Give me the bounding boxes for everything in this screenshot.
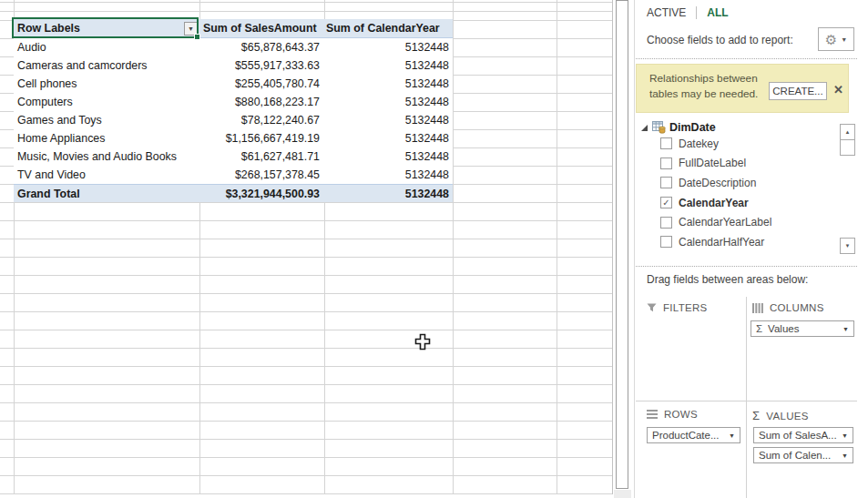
- row-label-cell[interactable]: Music, Movies and Audio Books: [14, 150, 199, 163]
- chevron-down-icon[interactable]: ▼: [842, 326, 849, 332]
- row-label-cell[interactable]: Games and Toys: [14, 114, 199, 127]
- create-relationship-button[interactable]: CREATE...: [769, 82, 827, 100]
- row-label-cell[interactable]: TV and Video: [14, 168, 199, 181]
- field-label[interactable]: CalendarYearLabel: [679, 216, 771, 229]
- tab-active[interactable]: ACTIVE: [647, 6, 686, 19]
- choose-fields-label: Choose fields to add to report:: [647, 34, 793, 46]
- row-labels-filter-button[interactable]: ▼: [184, 22, 198, 36]
- field-item[interactable]: FullDateLabel: [647, 154, 833, 174]
- field-pill[interactable]: ProductCate...▼: [647, 427, 740, 443]
- field-label[interactable]: CalendarYear: [679, 197, 749, 209]
- field-item[interactable]: ✓CalendarYear: [647, 193, 833, 213]
- pivot-row: TV and Video$268,157,378.455132448: [14, 166, 453, 184]
- filters-area-header: FILTERS: [647, 302, 708, 313]
- row-labels-header-cell[interactable]: Row Labels: [14, 22, 199, 35]
- tools-button[interactable]: ⚙ ▼: [818, 27, 854, 51]
- table-icon: [652, 121, 666, 134]
- field-checkbox[interactable]: [660, 158, 672, 169]
- filters-label: FILTERS: [663, 302, 708, 313]
- areas-horizontal-divider: [636, 401, 857, 401]
- field-checkbox[interactable]: [660, 137, 672, 149]
- areas-vertical-divider: [746, 297, 747, 498]
- year-value-cell[interactable]: 5132448: [324, 168, 453, 181]
- relationships-notice: Relationships between tables may be need…: [636, 64, 849, 113]
- columns-drop-zone[interactable]: ΣValues▼: [751, 320, 854, 340]
- field-pill[interactable]: Sum of SalesA...▼: [753, 427, 853, 443]
- sheet-right-edge: [612, 0, 613, 494]
- drag-fields-label: Drag fields between areas below:: [647, 273, 808, 286]
- year-value-cell[interactable]: 5132448: [324, 96, 453, 108]
- year-value-cell[interactable]: 5132448: [324, 41, 453, 54]
- field-list-scroll-up-button[interactable]: ▲: [840, 124, 855, 140]
- field-list-scrollbar-thumb[interactable]: [840, 139, 855, 156]
- chevron-down-icon: ▼: [841, 36, 847, 43]
- sales-value-cell[interactable]: $78,122,240.67: [199, 114, 324, 127]
- rows-drop-zone[interactable]: ProductCate...▼: [647, 427, 740, 447]
- sales-value-cell[interactable]: $880,168,223.17: [199, 96, 324, 108]
- gridline: [557, 0, 557, 494]
- field-label[interactable]: Datekey: [679, 137, 719, 150]
- filter-funnel-icon: [647, 303, 657, 312]
- sales-value-cell[interactable]: $61,627,481.71: [199, 150, 324, 163]
- row-label-cell[interactable]: Home Appliances: [14, 132, 199, 145]
- sales-value-cell[interactable]: $268,157,378.45: [199, 168, 324, 181]
- field-pill[interactable]: ΣValues▼: [751, 320, 854, 337]
- field-label[interactable]: FullDateLabel: [679, 157, 746, 169]
- expand-triangle-icon[interactable]: [640, 124, 648, 132]
- field-item[interactable]: CalendarHalfYear: [647, 232, 833, 252]
- worksheet-grid[interactable]: Row Labels Sum of SalesAmount Sum of Cal…: [0, 0, 613, 498]
- field-label[interactable]: DateDescription: [679, 177, 756, 189]
- values-drop-zone[interactable]: Sum of SalesA...▼Sum of Calen...▼: [753, 427, 853, 467]
- rows-label: ROWS: [664, 409, 698, 420]
- field-checkbox[interactable]: ✓: [660, 197, 672, 208]
- table-node-dimdate[interactable]: DimDate: [640, 121, 716, 134]
- row-label-cell[interactable]: Computers: [14, 96, 199, 108]
- grand-total-sales-cell[interactable]: $3,321,944,500.93: [199, 188, 324, 200]
- sales-value-cell[interactable]: $555,917,333.63: [199, 59, 324, 72]
- pivot-row: Home Appliances$1,156,667,419.195132448: [14, 129, 453, 147]
- sales-value-cell[interactable]: $255,405,780.74: [199, 77, 324, 90]
- sheet-vertical-scrollbar[interactable]: [616, 0, 628, 489]
- pill-label: Sum of Calen...: [759, 450, 839, 461]
- sales-value-cell[interactable]: $65,878,643.37: [199, 41, 324, 54]
- pivot-header-row: Row Labels Sum of SalesAmount Sum of Cal…: [14, 19, 453, 38]
- field-pill[interactable]: Sum of Calen...▼: [753, 447, 853, 463]
- separator: [636, 266, 857, 267]
- field-checkbox[interactable]: [660, 217, 672, 229]
- year-value-cell[interactable]: 5132448: [324, 114, 453, 127]
- year-value-cell[interactable]: 5132448: [324, 77, 453, 90]
- sales-value-cell[interactable]: $1,156,667,419.19: [199, 132, 324, 145]
- separator: [636, 58, 857, 59]
- close-icon[interactable]: ✕: [833, 84, 843, 96]
- pane-tabs: ACTIVE ALL: [647, 5, 729, 20]
- grand-total-label-cell[interactable]: Grand Total: [14, 188, 199, 200]
- tab-all[interactable]: ALL: [707, 6, 728, 19]
- values-area-header: Σ VALUES: [752, 409, 809, 422]
- pill-label: Values: [768, 323, 840, 334]
- year-value-cell[interactable]: 5132448: [324, 150, 453, 163]
- field-item[interactable]: CalendarYearLabel: [647, 212, 833, 232]
- table-name-label[interactable]: DimDate: [669, 121, 716, 134]
- gear-icon: ⚙: [825, 33, 837, 46]
- year-value-cell[interactable]: 5132448: [324, 132, 453, 145]
- pivottable-fields-pane: ACTIVE ALL Choose fields to add to repor…: [635, 0, 868, 498]
- row-label-cell[interactable]: Audio: [14, 41, 199, 54]
- chevron-down-icon[interactable]: ▼: [842, 432, 848, 439]
- row-label-cell[interactable]: Cell phones: [14, 77, 199, 90]
- field-list-scroll-down-button[interactable]: ▼: [840, 238, 855, 254]
- field-checkbox[interactable]: [660, 177, 672, 188]
- row-label-cell[interactable]: Cameras and camcorders: [14, 59, 199, 72]
- year-value-cell[interactable]: 5132448: [324, 59, 453, 72]
- pivot-row: Music, Movies and Audio Books$61,627,481…: [14, 147, 453, 166]
- chevron-down-icon[interactable]: ▼: [842, 452, 848, 459]
- field-checkbox[interactable]: [660, 236, 672, 248]
- sales-amount-header-cell[interactable]: Sum of SalesAmount: [199, 22, 324, 35]
- tab-divider: [696, 6, 697, 19]
- field-item[interactable]: Datekey: [647, 134, 833, 154]
- chevron-down-icon[interactable]: ▼: [729, 432, 735, 439]
- grand-total-year-cell[interactable]: 5132448: [324, 188, 453, 200]
- field-item[interactable]: DateDescription: [647, 173, 833, 193]
- calendar-year-header-cell[interactable]: Sum of CalendarYear: [324, 22, 453, 35]
- field-label[interactable]: CalendarHalfYear: [679, 236, 764, 249]
- columns-label: COLUMNS: [770, 302, 824, 313]
